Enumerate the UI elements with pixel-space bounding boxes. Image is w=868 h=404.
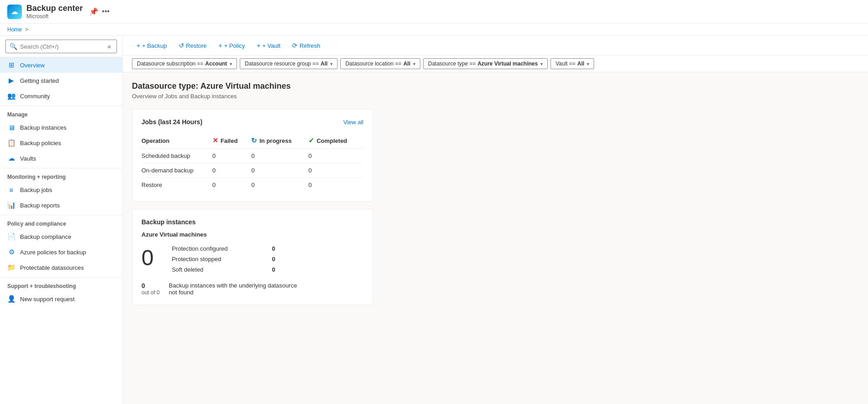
sidebar-label-overview: Overview xyxy=(20,62,45,69)
policy-button[interactable]: + + Policy xyxy=(214,40,249,51)
stat-value-2: 0 xyxy=(272,266,275,273)
filter-bar: Datasource subscription == Account ▾ Dat… xyxy=(123,56,868,72)
sidebar-item-vaults[interactable]: ☁ Vaults xyxy=(0,151,122,166)
vault-button-label: + Vault xyxy=(262,42,281,49)
stat-value-1: 0 xyxy=(272,256,275,263)
jobs-view-all-link[interactable]: View all xyxy=(343,119,363,126)
sidebar-item-azure-policies[interactable]: ⚙ Azure policies for backup xyxy=(0,244,122,260)
policy-plus-icon: + xyxy=(218,42,222,49)
support-icon: 👤 xyxy=(7,295,15,303)
sidebar-label-backup-jobs: Backup jobs xyxy=(20,187,52,193)
filter-subscription[interactable]: Datasource subscription == Account ▾ xyxy=(132,58,237,69)
backup-reports-icon: 📊 xyxy=(7,201,15,209)
filter-vault-text: Vault == xyxy=(555,61,575,67)
app-icon: ☁ xyxy=(7,5,22,19)
bottom-number: 0 xyxy=(141,282,160,289)
sidebar-label-backup-instances: Backup instances xyxy=(20,124,66,131)
row1-operation: On-demand backup xyxy=(141,163,212,178)
col-in-progress: ↻ In progress xyxy=(251,133,308,149)
restore-button-label: Restore xyxy=(186,42,207,49)
more-icon[interactable]: ••• xyxy=(102,7,110,16)
sidebar-label-support: New support request xyxy=(20,296,75,303)
community-icon: 👥 xyxy=(7,92,15,100)
table-row: Restore 0 0 0 xyxy=(141,178,363,192)
sidebar-label-community: Community xyxy=(20,93,50,100)
jobs-card-header: Jobs (last 24 Hours) View all xyxy=(141,118,363,126)
filter-loc-value: All xyxy=(404,61,410,67)
completed-icon: ✓ xyxy=(308,136,314,145)
filter-datasource-type[interactable]: Datasource type == Azure Virtual machine… xyxy=(423,58,548,69)
filter-subscription-chevron: ▾ xyxy=(230,61,232,66)
sidebar-item-community[interactable]: 👥 Community xyxy=(0,88,122,104)
stat-label-0: Protection configured xyxy=(172,245,263,252)
table-row: Scheduled backup 0 0 0 xyxy=(141,149,363,163)
refresh-button[interactable]: ⟳ Refresh xyxy=(288,40,325,51)
in-progress-icon: ↻ xyxy=(251,136,257,145)
sidebar-item-overview[interactable]: ⊞ Overview xyxy=(0,57,122,73)
backup-button[interactable]: + + Backup xyxy=(132,40,172,51)
sidebar-label-backup-compliance: Backup compliance xyxy=(20,233,71,240)
instances-grid: 0 Protection configured 0 Protection sto… xyxy=(141,245,363,273)
row2-in-progress: 0 xyxy=(251,178,308,192)
search-input[interactable] xyxy=(20,43,103,50)
getting-started-icon: ▶ xyxy=(7,76,15,85)
filter-resource-group[interactable]: Datasource resource group == All ▾ xyxy=(240,58,338,69)
toolbar: + + Backup ↺ Restore + + Policy + + Vaul… xyxy=(123,36,868,56)
protectable-icon: 📁 xyxy=(7,263,15,272)
sidebar-item-backup-jobs[interactable]: ≡ Backup jobs xyxy=(0,182,122,197)
filter-location[interactable]: Datasource location == All ▾ xyxy=(340,58,420,69)
filter-rg-chevron: ▾ xyxy=(330,61,333,66)
filter-subscription-value: Account xyxy=(205,61,227,67)
sidebar-label-backup-policies: Backup policies xyxy=(20,140,61,146)
filter-location-chevron: ▾ xyxy=(413,61,415,66)
stat-label-1: Protection stopped xyxy=(172,256,263,263)
section-manage: Manage xyxy=(0,106,122,120)
filter-rg-text: Datasource resource group == xyxy=(245,61,319,67)
breadcrumb: Home > xyxy=(0,24,868,36)
restore-button[interactable]: ↺ Restore xyxy=(174,40,212,51)
collapse-button[interactable]: « xyxy=(106,42,113,51)
azure-policies-icon: ⚙ xyxy=(7,248,15,256)
row2-operation: Restore xyxy=(141,178,212,192)
row0-completed: 0 xyxy=(308,149,363,163)
table-row: On-demand backup 0 0 0 xyxy=(141,163,363,178)
search-box: 🔍 « xyxy=(0,36,122,57)
jobs-card: Jobs (last 24 Hours) View all Operation … xyxy=(132,109,373,202)
sidebar-item-backup-compliance[interactable]: 📄 Backup compliance xyxy=(0,229,122,244)
search-input-wrap: 🔍 « xyxy=(5,40,117,53)
col-in-progress-label: In progress xyxy=(259,137,292,144)
bottom-number-wrap: 0 out of 0 xyxy=(141,282,160,296)
filter-vault[interactable]: Vault == All ▾ xyxy=(550,58,594,69)
app-subtitle: Microsoft xyxy=(26,13,83,20)
vault-plus-icon: + xyxy=(257,42,260,49)
stat-label-2: Soft deleted xyxy=(172,266,263,273)
stat-value-0: 0 xyxy=(272,245,275,252)
sidebar-item-getting-started[interactable]: ▶ Getting started xyxy=(0,73,122,88)
row0-operation: Scheduled backup xyxy=(141,149,212,163)
sidebar-item-support-request[interactable]: 👤 New support request xyxy=(0,291,122,307)
instances-big-number: 0 xyxy=(141,247,154,269)
sidebar-item-backup-instances[interactable]: 🖥 Backup instances xyxy=(0,120,122,135)
section-support: Support + troubleshooting xyxy=(0,277,122,291)
sidebar-item-backup-reports[interactable]: 📊 Backup reports xyxy=(0,197,122,213)
instances-bottom: 0 out of 0 Backup instances with the und… xyxy=(141,282,363,296)
sidebar: 🔍 « ⊞ Overview ▶ Getting started 👥 Commu… xyxy=(0,36,123,404)
overview-icon: ⊞ xyxy=(7,61,15,69)
breadcrumb-home[interactable]: Home xyxy=(7,26,22,33)
sidebar-item-backup-policies[interactable]: 📋 Backup policies xyxy=(0,135,122,151)
filter-vault-chevron: ▾ xyxy=(587,61,589,66)
restore-icon: ↺ xyxy=(179,42,184,49)
col-failed: ✕ Failed xyxy=(212,133,252,149)
pin-icon[interactable]: 📌 xyxy=(89,7,98,16)
section-monitoring: Monitoring + reporting xyxy=(0,168,122,182)
content-area: + + Backup ↺ Restore + + Policy + + Vaul… xyxy=(123,36,868,404)
vault-button[interactable]: + + Vault xyxy=(252,40,285,51)
bottom-desc: Backup instances with the underlying dat… xyxy=(169,282,305,296)
sidebar-item-protectable-datasources[interactable]: 📁 Protectable datasources xyxy=(0,260,122,275)
bottom-sublabel: out of 0 xyxy=(141,289,160,296)
policy-button-label: + Policy xyxy=(224,42,245,49)
instances-stats: Protection configured 0 Protection stopp… xyxy=(172,245,275,273)
backup-instances-card: Backup instances Azure Virtual machines … xyxy=(132,209,373,305)
section-policy: Policy and compliance xyxy=(0,215,122,229)
col-failed-label: Failed xyxy=(221,137,238,144)
